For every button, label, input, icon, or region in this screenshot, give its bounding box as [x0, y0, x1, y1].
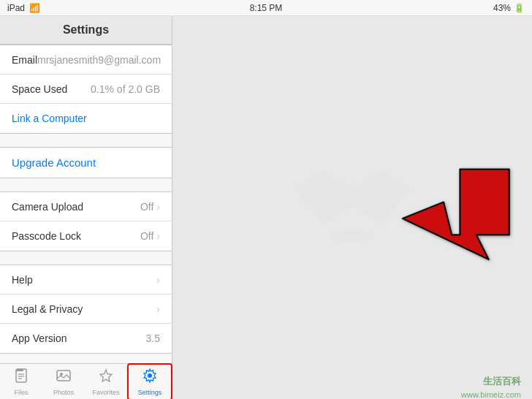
- email-label: Email: [12, 54, 37, 66]
- account-group: Email mrsjanesmith9@gmail.com Space Used…: [0, 45, 172, 134]
- legal-row[interactable]: Legal & Privacy ›: [0, 294, 172, 324]
- camera-chevron-icon: ›: [156, 201, 160, 213]
- status-left: iPad 📶: [7, 3, 40, 13]
- email-row: Email mrsjanesmith9@gmail.com: [0, 45, 172, 75]
- files-icon: [13, 368, 29, 387]
- settings-panel: Settings Email mrsjanesmith9@gmail.com S…: [0, 16, 172, 399]
- camera-group: Camera Upload Off › Passcode Lock Off ›: [0, 191, 172, 251]
- photos-tab-label: Photos: [53, 389, 74, 396]
- svg-rect-5: [57, 370, 70, 381]
- upgrade-text[interactable]: Upgrade Account: [12, 156, 96, 169]
- tab-favorites[interactable]: Favorites: [85, 365, 127, 399]
- tab-photos[interactable]: Photos: [42, 365, 85, 399]
- app-version-label: App Version: [12, 332, 67, 344]
- space-used-value: 0.1% of 2.0 GB: [91, 83, 160, 95]
- settings-icon: [142, 368, 158, 387]
- favorites-tab-label: Favorites: [92, 389, 119, 396]
- camera-upload-label: Camera Upload: [12, 201, 83, 213]
- legal-chevron: ›: [156, 303, 160, 315]
- space-used-row: Space Used 0.1% of 2.0 GB: [0, 75, 172, 104]
- arrow-container: [370, 75, 517, 362]
- link-computer-row[interactable]: Link a Computer: [0, 104, 172, 133]
- main-container: Settings Email mrsjanesmith9@gmail.com S…: [0, 16, 532, 399]
- legal-chevron-icon: ›: [156, 303, 160, 315]
- camera-upload-value: Off ›: [140, 201, 160, 213]
- app-version-row: App Version 3.5: [0, 324, 172, 353]
- help-group: Help › Legal & Privacy › App Version 3.5: [0, 265, 172, 354]
- right-panel: 生活百科 www.bimeiz.com: [172, 16, 532, 399]
- cn-watermark: 生活百科: [483, 375, 521, 388]
- svg-marker-9: [403, 170, 509, 259]
- tab-files[interactable]: Files: [0, 365, 42, 399]
- passcode-row[interactable]: Passcode Lock Off ›: [0, 221, 172, 251]
- link-computer-text[interactable]: Link a Computer: [12, 113, 87, 124]
- url-watermark: www.bimeiz.com: [461, 390, 521, 399]
- help-row[interactable]: Help ›: [0, 265, 172, 294]
- tab-bar: Files Photos Favorites: [0, 363, 172, 399]
- settings-header: Settings: [0, 16, 172, 45]
- wifi-icon: 📶: [29, 3, 40, 13]
- status-right: 43% 🔋: [493, 3, 525, 13]
- passcode-chevron-icon: ›: [156, 230, 160, 242]
- files-tab-label: Files: [14, 389, 28, 396]
- help-chevron-icon: ›: [156, 274, 160, 286]
- settings-title: Settings: [63, 23, 109, 36]
- svg-point-7: [148, 373, 152, 378]
- upgrade-group[interactable]: Upgrade Account: [0, 147, 172, 178]
- email-value: mrsjanesmith9@gmail.com: [37, 54, 161, 66]
- tab-settings[interactable]: Settings: [127, 363, 172, 400]
- svg-point-6: [60, 373, 63, 376]
- status-bar: iPad 📶 8:15 PM 43% 🔋: [0, 0, 532, 16]
- status-time: 8:15 PM: [250, 3, 283, 13]
- legal-label: Legal & Privacy: [12, 303, 83, 315]
- space-used-label: Space Used: [12, 83, 67, 95]
- upgrade-row[interactable]: Upgrade Account: [0, 148, 172, 178]
- help-label: Help: [12, 274, 33, 286]
- app-version-value: 3.5: [146, 332, 160, 344]
- camera-upload-row[interactable]: Camera Upload Off ›: [0, 192, 172, 221]
- favorites-icon: [98, 368, 114, 387]
- red-arrow-svg: [370, 102, 517, 335]
- settings-content: Email mrsjanesmith9@gmail.com Space Used…: [0, 45, 172, 399]
- settings-tab-label: Settings: [138, 389, 162, 396]
- passcode-value: Off ›: [140, 230, 160, 242]
- photos-icon: [56, 368, 72, 387]
- battery-level: 43%: [493, 3, 511, 13]
- device-label: iPad: [7, 3, 25, 13]
- help-chevron: ›: [156, 274, 160, 286]
- svg-point-8: [330, 230, 374, 242]
- battery-icon: 🔋: [514, 3, 525, 13]
- passcode-label: Passcode Lock: [12, 230, 81, 242]
